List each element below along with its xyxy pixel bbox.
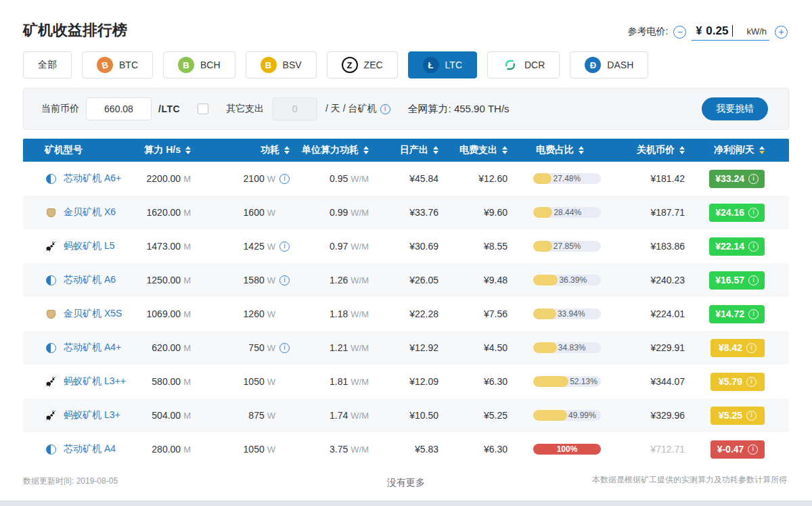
miner-model-link[interactable]: 金贝矿机 X5S (64, 308, 122, 320)
decrease-price-button[interactable]: − (673, 26, 686, 39)
profit-info-icon[interactable]: i (748, 275, 759, 285)
miner-model-link[interactable]: 芯动矿机 A4+ (64, 342, 121, 354)
profit-info-icon[interactable]: i (746, 343, 757, 353)
profit-button[interactable]: ¥24.16i (709, 204, 765, 222)
power-unit: W (267, 242, 275, 252)
tab-dash[interactable]: ÐDASH (570, 51, 648, 78)
shutdown-price-value: ¥712.71 (650, 444, 685, 455)
power-unit: W (267, 377, 275, 387)
electricity-price-input[interactable]: ¥ 0.25 kW/h (692, 23, 769, 41)
profit-button[interactable]: ¥5.79i (710, 373, 765, 391)
power-info-slot: i (277, 174, 290, 184)
profit-button[interactable]: ¥-0.47i (710, 440, 765, 459)
elec-pct-cell: 52.13% (516, 365, 620, 398)
profit-button[interactable]: ¥16.57i (709, 271, 765, 290)
elec-pct-label: 27.85% (554, 242, 581, 251)
other-expense-label: 其它支出 (226, 103, 264, 115)
tab-bch[interactable]: BBCH (163, 51, 235, 78)
miner-model-link[interactable]: 芯动矿机 A6 (64, 274, 116, 286)
electricity-price-control: 参考电价: − ¥ 0.25 kW/h + (627, 23, 788, 41)
unit-power-value: 1.74 (330, 410, 348, 421)
report-error-button[interactable]: 我要挑错 (702, 97, 768, 120)
profit-info-icon[interactable]: i (746, 377, 757, 387)
elec-pct-bar: 49.99% (533, 410, 601, 421)
elec-pct-bar: 52.13% (533, 376, 601, 387)
profit-info-icon[interactable]: i (746, 411, 757, 421)
daily-output-cell: ¥26.05 (376, 263, 447, 297)
sort-icon (433, 146, 438, 154)
shutdown-price-cell: ¥329.96 (620, 398, 692, 432)
shutdown-price-cell: ¥224.01 (620, 297, 692, 331)
electricity-price-label: 参考电价: (627, 26, 668, 38)
tab-全部[interactable]: 全部 (23, 51, 72, 78)
tab-btc[interactable]: BBTC (82, 51, 153, 78)
profit-cell: ¥22.14i (692, 229, 787, 263)
profit-value: ¥-0.47 (717, 444, 744, 455)
coin-price-input[interactable] (86, 97, 152, 120)
innosilicon-icon (45, 174, 57, 184)
power-info-icon[interactable]: i (279, 275, 290, 285)
column-header-9[interactable]: 净利润/天 (692, 139, 787, 162)
power-info-icon[interactable]: i (279, 174, 290, 184)
hashrate-unit: M (183, 377, 191, 387)
shutdown-price-cell: ¥229.91 (620, 331, 692, 365)
network-hashrate-value: 455.90 TH/s (454, 103, 510, 114)
power-cell: 1600W (203, 196, 298, 229)
column-header-4[interactable]: 单位算力功耗 (298, 139, 376, 162)
column-header-6[interactable]: 电费支出 (447, 139, 516, 162)
increase-price-button[interactable]: + (775, 26, 788, 39)
hashrate-cell: 280.00M (135, 432, 203, 466)
tab-zec[interactable]: ZZEC (327, 51, 398, 78)
column-header-2[interactable]: 算力 H/s (135, 139, 203, 162)
elec-pct-fill (533, 241, 552, 252)
elec-pct-label: 27.48% (553, 174, 581, 183)
profit-button[interactable]: ¥5.25i (710, 407, 765, 425)
daily-output-value: ¥10.50 (409, 410, 438, 421)
profit-info-icon[interactable]: i (748, 174, 759, 184)
goldshell-icon (45, 310, 57, 319)
column-header-label: 电费支出 (459, 144, 497, 156)
miner-model-link[interactable]: 金贝矿机 X6 (64, 206, 116, 218)
electricity-price-unit: kW/h (746, 26, 767, 37)
profit-button[interactable]: ¥8.42i (710, 339, 765, 357)
miner-model-link[interactable]: 芯动矿机 A6+ (64, 172, 121, 185)
profit-cell: ¥16.57i (692, 263, 787, 297)
sort-down-arrow (759, 151, 765, 154)
daily-output-cell: ¥5.83 (376, 432, 447, 466)
table-row: 芯动矿机 A6+2200.00M2100Wi0.95W/M¥45.84¥12.6… (23, 162, 789, 196)
profit-info-icon[interactable]: i (748, 242, 759, 252)
other-expense-info-icon[interactable]: i (380, 104, 390, 114)
profit-button[interactable]: ¥33.24i (709, 170, 765, 188)
profit-info-icon[interactable]: i (748, 444, 758, 455)
column-header-8[interactable]: 关机币价 (620, 139, 692, 162)
profit-cell: ¥5.79i (692, 365, 787, 398)
power-cell: 2100Wi (203, 162, 298, 196)
tab-dcr[interactable]: DCR (487, 51, 560, 78)
miner-model-link[interactable]: 芯动矿机 A4 (64, 443, 116, 455)
tab-ltc[interactable]: ŁLTC (408, 51, 477, 78)
column-header-5[interactable]: 日产出 (376, 139, 447, 162)
power-info-icon[interactable]: i (279, 242, 290, 252)
profit-info-icon[interactable]: i (748, 309, 759, 319)
network-hashrate: 全网算力: 455.90 TH/s (408, 103, 510, 116)
power-info-icon[interactable]: i (279, 343, 290, 353)
elec-cost-value: ¥4.50 (484, 342, 508, 353)
profit-button[interactable]: ¥14.72i (709, 305, 765, 323)
innosilicon-logo (46, 174, 56, 184)
column-header-3[interactable]: 功耗 (203, 139, 298, 162)
profit-button[interactable]: ¥22.14i (709, 237, 765, 256)
miner-model-link[interactable]: 蚂蚁矿机 L5 (64, 240, 114, 252)
innosilicon-logo (46, 444, 56, 455)
tab-bsv[interactable]: BBSV (246, 51, 317, 78)
column-header-7[interactable]: 电费占比 (516, 139, 620, 162)
goldshell-logo (47, 310, 55, 319)
text-cursor (732, 25, 733, 37)
shutdown-price-cell: ¥187.71 (620, 196, 692, 229)
miner-model-link[interactable]: 蚂蚁矿机 L3+ (64, 409, 120, 421)
miner-model-cell: 芯动矿机 A4+ (23, 331, 135, 365)
profit-info-icon[interactable]: i (748, 208, 759, 218)
elec-pct-fill (533, 342, 557, 353)
other-expense-checkbox[interactable] (198, 104, 208, 114)
elec-pct-label: 34.83% (558, 343, 586, 352)
miner-model-link[interactable]: 蚂蚁矿机 L3++ (64, 375, 126, 388)
